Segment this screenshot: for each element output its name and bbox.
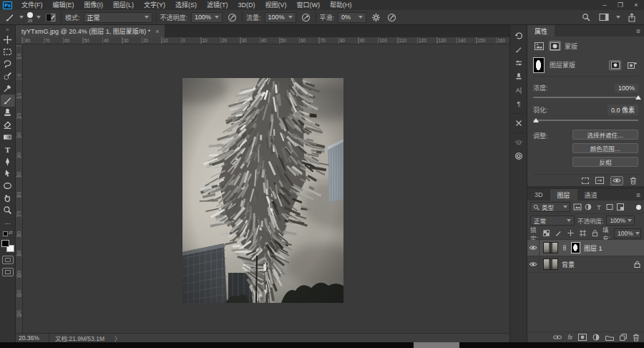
brush-preset-arrow-icon[interactable] <box>19 16 24 19</box>
default-swap-colors[interactable]: ⇄ <box>3 230 13 238</box>
history-panel-icon[interactable] <box>512 30 526 42</box>
feather-slider-knob[interactable] <box>533 118 539 122</box>
color-swatches[interactable] <box>1 240 14 252</box>
lock-all-icon[interactable] <box>590 228 600 238</box>
new-group-folder-icon[interactable] <box>605 334 614 341</box>
feather-slider[interactable] <box>533 120 638 121</box>
workspace-switcher-icon[interactable] <box>597 13 610 21</box>
edit-toolbar[interactable]: … <box>1 216 15 228</box>
brush-size-preview[interactable]: 25 <box>27 12 33 23</box>
brush-size-arrow-icon[interactable] <box>36 16 41 19</box>
lock-pixels-icon[interactable] <box>554 228 563 238</box>
move-tool[interactable] <box>1 34 15 46</box>
path-selection-tool[interactable] <box>1 168 15 180</box>
lasso-tool[interactable] <box>1 58 15 70</box>
menu-10[interactable]: 帮助(H) <box>325 0 357 10</box>
brush-settings-panel-icon[interactable] <box>512 44 526 55</box>
apply-mask-icon[interactable] <box>595 177 604 184</box>
document-canvas-image[interactable] <box>182 78 343 303</box>
layer-filter-type-select[interactable]: 类型 <box>530 202 570 212</box>
airbrush-icon[interactable] <box>300 13 312 22</box>
smart-object-filter-icon[interactable] <box>615 203 625 212</box>
layer-style-fx-icon[interactable]: fx <box>567 334 572 341</box>
density-slider[interactable] <box>533 97 638 98</box>
layer-visibility-eye-icon[interactable] <box>527 256 540 272</box>
marquee-tool[interactable] <box>1 46 15 58</box>
pixel-layer-filter-icon[interactable] <box>572 203 582 212</box>
clone-source-panel-icon[interactable] <box>512 71 526 82</box>
lock-transparency-icon[interactable] <box>542 228 551 238</box>
menu-9[interactable]: 窗口(W) <box>292 0 326 10</box>
menu-0[interactable]: 文件(F) <box>16 0 48 10</box>
link-layers-icon[interactable] <box>553 334 562 340</box>
select-mask-icon[interactable] <box>609 60 621 70</box>
menu-1[interactable]: 编辑(E) <box>48 0 79 10</box>
quick-mask-button[interactable] <box>2 256 14 264</box>
menu-4[interactable]: 文字(Y) <box>139 0 170 10</box>
tab-layers[interactable]: 图层 <box>550 189 577 200</box>
brush-pressure-size-icon[interactable] <box>386 13 398 22</box>
character-panel-icon[interactable]: A| <box>512 84 526 96</box>
paragraph-panel-icon[interactable]: ¶ <box>512 98 526 110</box>
layer-fill-field[interactable]: 100% <box>614 228 641 238</box>
color-range-button[interactable]: 颜色范围… <box>572 143 638 153</box>
layer-mask-thumbnail[interactable] <box>571 242 580 253</box>
mask-link-icon[interactable] <box>562 245 567 251</box>
document-tab[interactable]: tyYTxmG.jpg @ 20.4% (图层 1, 图层蒙版/8) * × <box>16 25 165 37</box>
feather-value[interactable]: 0.0 像素 <box>608 105 638 115</box>
adjustment-layer-icon[interactable] <box>592 334 600 341</box>
horizontal-ruler[interactable]: 8070605040302010010203040506070809010011… <box>16 37 509 44</box>
layer-row-layer1[interactable]: 图层 1 <box>527 240 644 256</box>
zoom-tool[interactable] <box>1 204 15 216</box>
layer-filter-toggle[interactable] <box>636 205 641 210</box>
brush-tool-preset-icon[interactable] <box>4 13 16 22</box>
opacity-pressure-icon[interactable] <box>226 13 238 22</box>
panel-menu-icon[interactable]: ≡ <box>633 25 644 37</box>
add-mask-icon[interactable] <box>626 60 638 70</box>
disable-mask-eye-icon[interactable] <box>610 176 623 185</box>
tab-channels[interactable]: 通道 <box>577 189 605 200</box>
invert-button[interactable]: 反相 <box>572 157 638 167</box>
blend-mode-select[interactable]: 正常 <box>84 12 152 23</box>
clone-stamp-tool[interactable] <box>1 107 15 119</box>
new-layer-icon[interactable] <box>620 334 627 341</box>
gradient-tool[interactable] <box>1 131 15 143</box>
menu-2[interactable]: 图像(I) <box>79 0 109 10</box>
menu-8[interactable]: 视图(V) <box>260 0 292 10</box>
type-tool[interactable]: T <box>1 143 15 155</box>
lock-position-icon[interactable] <box>566 228 575 238</box>
background-lock-icon[interactable] <box>634 261 640 268</box>
smoothing-field[interactable]: 0% <box>338 12 366 23</box>
workspace-arrow-icon[interactable] <box>616 16 620 19</box>
density-slider-knob[interactable] <box>635 95 641 100</box>
screen-mode-button[interactable] <box>2 268 14 276</box>
layer-row-background[interactable]: 背景 <box>527 256 644 273</box>
density-value[interactable]: 100% <box>615 84 638 92</box>
close-button[interactable]: × <box>628 0 644 10</box>
opacity-field[interactable]: 100% <box>191 12 223 23</box>
brush-panel-toggle-icon[interactable] <box>44 13 57 22</box>
pen-tool[interactable] <box>1 155 15 168</box>
restore-button[interactable]: ❐ <box>613 0 628 10</box>
layer-visibility-eye-icon[interactable] <box>527 240 540 256</box>
menu-5[interactable]: 选择(S) <box>170 0 202 10</box>
eraser-tool[interactable] <box>1 119 15 131</box>
menu-6[interactable]: 滤镜(T) <box>202 0 233 10</box>
panel-menu-icon[interactable]: ≡ <box>633 189 644 200</box>
delete-layer-trash-icon[interactable] <box>633 334 640 342</box>
toolbar-collapse-icon[interactable]: » <box>6 26 9 34</box>
flow-field[interactable]: 100% <box>265 12 296 23</box>
adjustment-layer-filter-icon[interactable] <box>583 203 592 212</box>
brush-tool[interactable] <box>1 95 15 107</box>
hand-tool[interactable] <box>1 192 15 204</box>
layer-thumbnail[interactable] <box>543 242 558 253</box>
foreground-color-swatch[interactable] <box>1 240 9 247</box>
load-selection-from-mask-icon[interactable] <box>582 178 589 184</box>
zoom-level-field[interactable]: 20.36% <box>16 334 49 342</box>
smoothing-options-gear-icon[interactable] <box>370 13 382 22</box>
tab-close-icon[interactable]: × <box>155 28 159 35</box>
layer-mask-thumbnail[interactable] <box>533 57 545 73</box>
shape-tool[interactable] <box>1 180 15 192</box>
menu-7[interactable]: 3D(D) <box>233 0 260 10</box>
shape-layer-filter-icon[interactable] <box>605 203 614 212</box>
